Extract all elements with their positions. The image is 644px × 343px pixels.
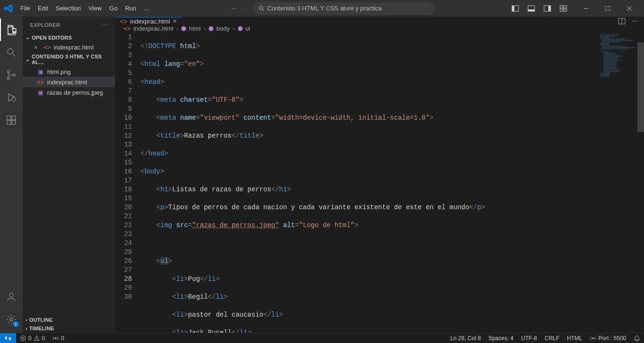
status-encoding[interactable]: UTF-8: [517, 335, 541, 342]
svg-rect-13: [605, 6, 610, 11]
outline-label: OUTLINE: [29, 317, 53, 323]
svg-rect-22: [7, 116, 11, 120]
outline-section[interactable]: › OUTLINE: [23, 316, 115, 324]
window-minimize[interactable]: [575, 0, 597, 16]
svg-point-20: [13, 74, 16, 76]
nav-back-icon[interactable]: ←: [231, 5, 237, 12]
chevron-right-icon: ›: [25, 326, 27, 331]
file-label: indexprac.html: [54, 44, 94, 51]
svg-point-18: [8, 71, 10, 73]
open-editor-file[interactable]: × <> indexprac.html: [23, 42, 115, 52]
open-editors-section[interactable]: ⌄ OPEN EDITORS: [23, 33, 115, 42]
breadcrumbs[interactable]: <> indexprac.html › ⬢ html › ⬢ body › ⬢ …: [115, 25, 644, 32]
symbol-icon: ⬢: [238, 25, 243, 32]
status-line-col[interactable]: Ln 28, Col 8: [446, 335, 485, 342]
chevron-right-icon: ›: [204, 25, 206, 32]
remote-indicator[interactable]: [0, 333, 16, 343]
menu-bar: File Edit Selection View Go Run …: [17, 0, 154, 16]
editor-more-icon[interactable]: ⋯: [632, 17, 638, 24]
sidebar-file-razas[interactable]: ▣ razas de perros.jpeg: [23, 87, 115, 98]
status-eol[interactable]: CRLF: [541, 335, 563, 342]
activity-run-debug[interactable]: [0, 86, 23, 109]
status-errors[interactable]: 0 0: [16, 335, 49, 342]
layout-secondary-icon[interactable]: [543, 5, 552, 12]
breadcrumb-file[interactable]: indexprac.html: [133, 25, 173, 32]
svg-line-17: [13, 54, 16, 57]
svg-point-27: [10, 318, 13, 321]
image-file-icon: ▣: [37, 68, 44, 75]
close-icon[interactable]: ×: [173, 17, 177, 25]
svg-point-34: [36, 339, 37, 339]
svg-point-26: [9, 293, 13, 297]
explorer-title: EXPLORER: [30, 22, 60, 28]
file-label: razas de perros.jpeg: [47, 89, 103, 96]
project-name-label: CONTENIDO 3 HTML Y CSS AL…: [32, 54, 113, 65]
svg-rect-7: [548, 6, 551, 11]
svg-rect-25: [12, 116, 16, 120]
menu-go[interactable]: Go: [106, 0, 121, 16]
menu-edit[interactable]: Edit: [34, 0, 52, 16]
status-language[interactable]: HTML: [563, 335, 586, 342]
open-editors-label: OPEN EDITORS: [32, 35, 72, 41]
layout-customize-icon[interactable]: [559, 5, 568, 12]
timeline-label: TIMELINE: [29, 326, 54, 331]
minimap[interactable]: [596, 32, 637, 343]
activity-source-control[interactable]: [0, 64, 23, 86]
command-center-search[interactable]: Contenido 3 HTML Y CSS alure y practica: [255, 3, 434, 14]
symbol-icon: ⬢: [208, 25, 214, 32]
tab-indexprac[interactable]: <> indexprac.html ×: [115, 17, 182, 25]
breadcrumb-ul[interactable]: ul: [246, 25, 250, 32]
menu-run[interactable]: Run: [121, 0, 140, 16]
split-editor-icon[interactable]: [618, 17, 626, 25]
image-file-icon: ▣: [37, 89, 44, 96]
editor: <> indexprac.html × ⋯ <> indexprac.html …: [115, 16, 644, 333]
menu-selection[interactable]: Selection: [52, 0, 84, 16]
bell-icon: [634, 335, 640, 342]
sidebar-file-indexprac[interactable]: <> indexprac.html: [23, 77, 115, 87]
file-label: indexprac.html: [47, 79, 87, 86]
menu-file[interactable]: File: [17, 0, 34, 16]
activity-settings[interactable]: 1: [0, 308, 23, 331]
svg-rect-5: [528, 9, 535, 11]
breadcrumb-body[interactable]: body: [216, 25, 230, 32]
titlebar: File Edit Selection View Go Run … ← → Co…: [0, 0, 644, 16]
svg-rect-10: [560, 9, 563, 11]
activity-extensions[interactable]: [0, 109, 23, 131]
close-icon[interactable]: ×: [34, 44, 41, 51]
code-editor[interactable]: 1234567891011121314151617181920212223242…: [115, 32, 644, 343]
activity-search[interactable]: [0, 41, 23, 64]
activity-bar: 1: [0, 16, 23, 333]
window-maximize[interactable]: [597, 0, 619, 16]
nav-forward-icon[interactable]: →: [243, 5, 249, 12]
vscode-logo: [0, 4, 17, 13]
activity-accounts[interactable]: [0, 286, 23, 308]
tab-label: indexprac.html: [130, 18, 170, 25]
vertical-scrollbar[interactable]: [637, 32, 644, 343]
status-port[interactable]: Port : 5500: [586, 335, 630, 342]
explorer-more-icon[interactable]: ⋯: [102, 22, 108, 28]
layout-bottom-icon[interactable]: [527, 5, 536, 12]
status-spaces[interactable]: Spaces: 4: [485, 335, 517, 342]
activity-explorer[interactable]: [0, 18, 23, 41]
project-folder-section[interactable]: ⌄ CONTENIDO 3 HTML Y CSS AL…: [23, 52, 115, 66]
scrollbar-thumb[interactable]: [637, 42, 644, 132]
chevron-down-icon: ⌄: [25, 57, 30, 63]
svg-rect-8: [560, 6, 563, 8]
status-bar: 0 0 0 Ln 28, Col 8 Spaces: 4 UTF-8 CRLF …: [0, 333, 644, 343]
broadcast-icon: [52, 335, 59, 342]
status-radio[interactable]: 0: [49, 335, 68, 342]
window-close[interactable]: [619, 0, 640, 16]
code-content[interactable]: <!DOCTYPE html> <html lang="en"> <head> …: [140, 32, 644, 343]
timeline-section[interactable]: › TIMELINE: [23, 324, 115, 333]
chevron-down-icon: ⌄: [25, 34, 30, 41]
breadcrumb-html[interactable]: html: [189, 25, 201, 32]
svg-rect-23: [7, 121, 11, 124]
settings-badge: 1: [13, 321, 19, 327]
menu-view[interactable]: View: [85, 0, 106, 16]
svg-point-21: [12, 98, 16, 101]
status-notifications[interactable]: [630, 335, 644, 342]
sidebar-file-htmlpng[interactable]: ▣ html.png: [23, 66, 115, 77]
svg-rect-9: [564, 6, 567, 8]
layout-primary-icon[interactable]: [511, 5, 520, 12]
menu-more[interactable]: …: [140, 0, 154, 16]
